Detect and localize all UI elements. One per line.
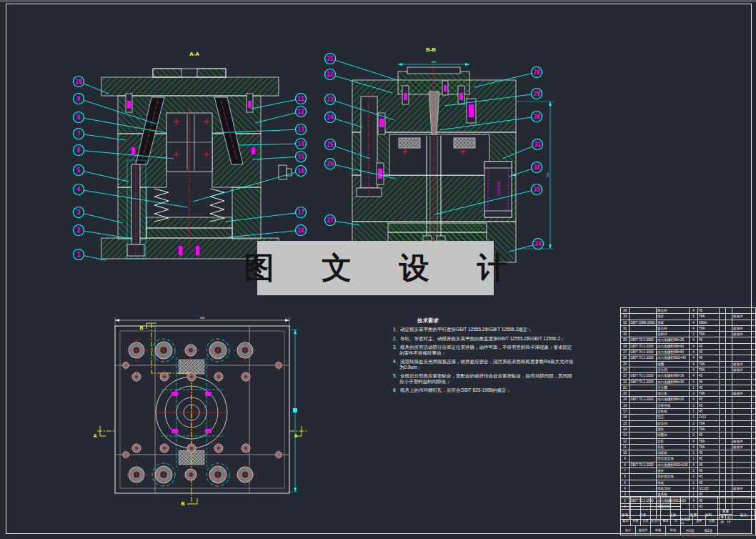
cad-drawing-canvas: A-A [0,0,756,539]
tech-note-line: 5、合模后分型面应紧密贴合，需配合的镶拼结合处应紧密贴合，如有局部间隙，其间隙应… [393,373,576,385]
leader-line [255,112,301,123]
bom-row: 23GB/T 70.1-2000内六角螺钉M6×16445 [621,373,755,379]
tech-notes-title: 技术要求 [417,317,576,324]
balloon-number: 14 [297,141,304,147]
balloon-number: 17 [297,209,304,216]
balloon-number: 11 [297,96,304,102]
watermark: 图 文 设 计 [257,241,494,295]
section-marker-letter: B [181,501,184,506]
balloon-number: 13 [297,127,304,133]
balloon-number: 2 [77,227,81,234]
balloon-number: 32 [533,164,540,171]
balloon-number: 23 [327,97,334,103]
tech-notes: 技术要求 1、动定模安装平面的平行度按GB/T 12555.2和GB/T 125… [393,317,576,397]
balloon-number: 28 [533,69,540,76]
bom-row: 14滑块2T8A [621,427,755,432]
tech-note-line: 2、导柱、导套对定、动模座板安装平面的垂直度按GB/T 12555.2和GB/T… [393,336,576,342]
balloon-number: 29 [533,91,540,97]
balloon-number: 27 [327,217,334,224]
balloon-number: 31 [534,142,541,148]
drawing-number-box [718,497,755,516]
bom-row: 26GB/T 70.1-2000内六角螺钉M10×40445 [621,355,755,361]
tech-note-line: 3、模具的所有活动部分应保证位置准确，动作可靠，不得有歪斜和卡滞现象；要求固定的… [393,345,576,356]
balloon-number: 3 [77,209,81,216]
dim-b-right: 350 [546,172,549,177]
tech-note-line: 1、动定模安装平面的平行度按GB/T 12555.2和GB/T 12556.2规… [393,327,576,332]
bom-row: 6推杆固定板145 [621,474,755,480]
bom-row: 30拉料杆1T8A标准件 [621,332,755,337]
balloon-number: 5 [77,167,81,174]
plan-view: 500 [93,316,307,506]
balloon-number: 15 [297,154,304,160]
balloon-number: 6 [77,147,81,154]
title-block: 标记 处数 分区 更改文件号 签名 年、月、日 设计 标准化 审核 批准 阶段标… [620,496,756,535]
balloon-number: 21 [327,56,334,62]
balloon-number: 33 [533,187,540,193]
balloon-number: 4 [77,187,81,193]
balloon-number: 9 [77,96,81,102]
bom-row: 17定模板145 [621,409,755,415]
balloon-number: 25 [327,142,334,148]
dim-b-top: 400 [432,60,437,64]
bom-row: 13楔紧块245 [621,432,755,438]
bom-row: 7垫块245 [621,468,755,474]
bom-row: 9型芯固定板145 [621,456,755,462]
balloon-number: 1 [77,252,81,258]
tech-note-line: 4、浇道转接处应光滑圆弧连接，镶拼处应密合，浇注系统表面粗糙度参数Ra最大允许值… [393,359,576,370]
dim-plan-top: 500 [200,316,205,320]
bom-row: 16型芯1Cr12 [621,415,755,420]
bom-row: 5推板145 [621,480,755,486]
bom-row: 31复位杆4T8A标准件 [621,326,755,332]
bom-row: 34限位钉445 [621,308,755,314]
balloon-number: 7 [77,131,81,137]
bom-row: 25垫圈4T8A标准件 [621,362,755,367]
bom-row: 32GB/T 2089-2009弹簧465Mn [621,320,755,326]
balloon-number: 18 [297,227,304,234]
company-box [718,516,755,535]
balloon-number: 8 [77,114,81,121]
bom-row: 4推板导柱4GCr15标准件 [621,486,755,492]
bom-row: 22GB/T 70.1-2000内六角螺钉M6×30245 [621,380,755,385]
balloon-number: 22 [327,71,334,78]
bom-row: 10动模板145 [621,450,755,456]
balloon-number: 26 [327,161,334,167]
section-marker-letter: B [139,325,143,330]
bom-row: 12导套4T8A标准件 [621,439,755,445]
balloon-number: 12 [297,109,304,115]
balloon-number: 34 [534,241,542,247]
drawing-name-box [681,497,717,516]
bom-row: 8GB/T 70.1-2000内六角螺钉M10×100445 [621,463,755,468]
bom-row: 29GB/T 70.1-2000内六角螺钉M6×25445 [621,337,755,343]
bom-row: 21定位圈145 [621,385,755,391]
bom-row: 27GB/T 70.1-2000内六角螺钉M8×80445 [621,350,755,355]
section-marker-letter: A [93,433,96,438]
balloon-number: 10 [75,79,82,85]
bom-row: 18定模座板145 [621,403,755,409]
section-marker-letter: A [294,433,297,438]
bom-row: 11导柱4T8A标准件 [621,445,755,450]
leader-line [79,212,123,223]
leader-line [330,59,397,80]
bom-row: 33推杆5T8A标准件 [621,314,755,320]
bom-row: 28GB/T 70.1-2000内六角螺钉M8×60445 [621,344,755,350]
section-a-label: A-A [189,51,199,57]
cylinder-designation: TC20X140 [497,181,501,197]
balloon-number: 24 [327,114,334,121]
bom-row: 15斜导柱2T8A [621,421,755,427]
section-b-label: B-B [426,46,436,53]
bom-row: 20浇口套1T8A标准件 [621,391,755,397]
bom-table: 34限位钉44533推杆5T8A标准件32GB/T 2089-2009弹簧465… [620,307,756,520]
bom-row: 24定位销4T8A标准件 [621,367,755,373]
balloon-number: 30 [533,114,540,120]
section-b-view: B-B 400 [352,46,554,263]
balloon-number: 16 [297,168,304,174]
bom-row: 19GB/T 70.1-2000内六角螺钉M6×20445 [621,397,755,402]
tech-note-line: 6、模具上的吊环螺钉孔，应符合GB/T 825-1988的规定； [393,387,576,393]
